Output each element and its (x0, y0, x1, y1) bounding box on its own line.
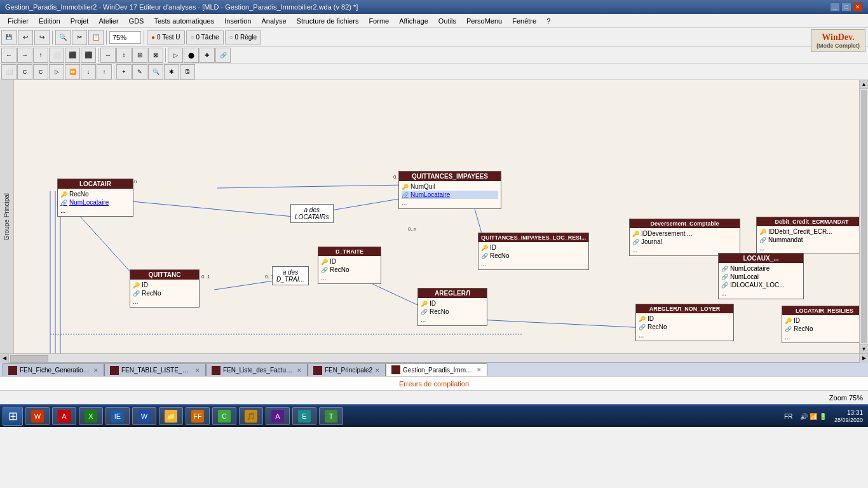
scroll-thumb[interactable] (861, 90, 867, 343)
taskbar-app-internet-explorer[interactable]: IE (105, 407, 130, 425)
table-d-traite[interactable]: D_TRAITE 🔑ID 🔗RecNo ... (318, 247, 381, 284)
tb3-btn-11[interactable]: ✱ (164, 64, 179, 79)
tb3-btn-8[interactable]: + (116, 64, 132, 79)
toolbar-btn-2[interactable]: ↩ (18, 30, 33, 45)
menu-item-atelier[interactable]: Atelier (93, 16, 123, 26)
menu-item-tests-automatiques[interactable]: Tests automatiques (149, 16, 219, 26)
tb2-btn-4[interactable]: ⬜ (49, 48, 64, 63)
zoom-select[interactable]: 75% (109, 31, 141, 44)
scroll-down[interactable]: ▼ (860, 344, 868, 353)
menu-item-fenêtre[interactable]: Fenêtre (507, 16, 541, 26)
tb3-btn-6[interactable]: ↓ (81, 64, 96, 79)
toolbar-btn-1[interactable]: 💾 (1, 30, 17, 45)
tab-close-btn[interactable]: ✕ (297, 367, 302, 374)
tb2-btn-11[interactable]: ▷ (168, 48, 183, 63)
table-locatair[interactable]: LOCATAIR 🔑RecNo 🔗NumLocataire ... (57, 179, 133, 217)
tb3-btn-10[interactable]: 🔍 (148, 64, 163, 79)
maximize-btn[interactable]: □ (841, 3, 851, 11)
table-debit-credit[interactable]: Debit_Credit_ECRMANDAT 🔑IDDebit_Credit_E… (756, 217, 859, 254)
tb3-btn-9[interactable]: ✎ (132, 64, 147, 79)
tb3-btn-12[interactable]: 🖺 (180, 64, 195, 79)
table-qi-loc-resi[interactable]: QUITTANCES_IMPAYEES_LOC_RESI... 🔑ID 🔗Rec… (478, 233, 589, 270)
menu-item-persomenu[interactable]: PersoMenu (461, 16, 507, 26)
taskbar-app-app2[interactable]: E (292, 407, 316, 425)
table-areglerL-non-loyer[interactable]: AREGLERЛ_NON_LOYER 🔑ID 🔗RecNo ... (635, 304, 734, 341)
table-locatair-resilies[interactable]: LOCATAIR_RESILIES 🔑ID 🔗RecNo ... (782, 306, 859, 343)
tb2-btn-14[interactable]: 🔗 (215, 48, 231, 63)
taskbar-app-access[interactable]: A (52, 407, 76, 425)
tb3-btn-7[interactable]: ↑ (97, 64, 112, 79)
menu-item-edition[interactable]: Edition (34, 16, 65, 26)
tb2-btn-5[interactable]: ⬛ (65, 48, 80, 63)
diagram-canvas[interactable]: LOCATAIR 🔑RecNo 🔗NumLocataire ... QUITTA… (14, 80, 859, 353)
tb2-btn-7[interactable]: ↔ (100, 48, 116, 63)
tab-close-btn[interactable]: ✕ (477, 367, 482, 373)
table-quittances-impayees[interactable]: QUITTANCES_IMPAYEES 🔑NumQuil 🔗NumLocatai… (398, 171, 501, 209)
tb2-btn-12[interactable]: ⬤ (184, 48, 199, 63)
tab-close-btn[interactable]: ✕ (375, 367, 380, 374)
tb3-btn-1[interactable]: ⬜ (1, 64, 17, 79)
toolbar-btn-4[interactable]: 🔍 (55, 30, 71, 45)
tb2-btn-6[interactable]: ⬛ (81, 48, 96, 63)
tache-badge[interactable]: ○ 0 Tâche (186, 30, 224, 44)
tab-tab4[interactable]: FEN_Principale2✕ (308, 363, 386, 376)
tb2-btn-13[interactable]: ✚ (200, 48, 215, 63)
regle-badge[interactable]: ○ 0 Règle (225, 30, 262, 44)
tb2-btn-8[interactable]: ↕ (116, 48, 132, 63)
toolbar-btn-6[interactable]: 📋 (88, 30, 104, 45)
menu-item-gds[interactable]: GDS (124, 16, 149, 26)
menu-item-structure-de-fichiers[interactable]: Structure de fichiers (292, 16, 364, 26)
close-btn[interactable]: ✕ (853, 3, 863, 11)
tb2-btn-10[interactable]: ⊠ (148, 48, 163, 63)
tab-tab1[interactable]: FEN_Fiche_Generation_des_Q...✕ (3, 363, 104, 376)
toolbar-btn-5[interactable]: ✂ (72, 30, 87, 45)
taskbar-app-windev[interactable]: W (25, 407, 50, 425)
taskbar-app-app3[interactable]: T (319, 407, 343, 425)
start-button[interactable]: ⊞ (3, 407, 23, 426)
tab-tab5[interactable]: Gestion_Paradis_Immobilier2✕ (386, 363, 487, 376)
menu-item-outils[interactable]: Outils (433, 16, 461, 26)
toolbar-btn-3[interactable]: ↪ (34, 30, 50, 45)
relation-locatairs[interactable]: a desLOCATAIRs (290, 204, 334, 223)
tb2-btn-9[interactable]: ⊞ (132, 48, 147, 63)
tb3-btn-2[interactable]: C (17, 64, 32, 79)
table-locaux-main[interactable]: LOCAUX_... 🔗NumLocataire 🔗NumLocal 🔗IDLO… (718, 253, 804, 299)
tab-close-btn[interactable]: ✕ (195, 367, 200, 374)
minimize-btn[interactable]: _ (830, 3, 840, 11)
tab-label: FEN_Principale2 (325, 367, 372, 374)
tab-close-btn[interactable]: ✕ (93, 367, 98, 374)
menu-item-insertion[interactable]: Insertion (219, 16, 256, 26)
menu-item-forme[interactable]: Forme (363, 16, 394, 26)
taskbar-app-app[interactable]: A (266, 407, 290, 425)
scroll-up[interactable]: ▲ (860, 80, 868, 89)
test-badge[interactable]: ● 0 Test U (147, 30, 185, 44)
menu-item-fichier[interactable]: Fichier (3, 16, 34, 26)
taskbar-app-word[interactable]: W (132, 407, 156, 425)
menu-item-?[interactable]: ? (541, 16, 555, 26)
tb3-btn-4[interactable]: ▷ (49, 64, 64, 79)
menu-item-projet[interactable]: Projet (65, 16, 94, 26)
taskbar-app-firefox[interactable]: FF (186, 407, 210, 425)
taskbar-app-excel[interactable]: X (79, 407, 103, 425)
table-deversement[interactable]: Deversement_Comptable 🔑IDDeversement ...… (629, 219, 740, 256)
table-quittanc[interactable]: QUITTANC 🔑ID 🔗RecNo ... (130, 269, 200, 308)
h-scrollbar[interactable]: ◀ ▶ (0, 353, 868, 362)
scroll-right[interactable]: ▶ (859, 354, 868, 363)
menu-item-analyse[interactable]: Analyse (256, 16, 291, 26)
scroll-h-thumb[interactable] (10, 355, 858, 362)
tb3-btn-3[interactable]: C (33, 64, 48, 79)
scroll-left[interactable]: ◀ (0, 354, 9, 363)
taskbar-app-chrome[interactable]: C (212, 407, 236, 425)
tab-tab3[interactable]: FEN_Liste_des_Factures_de_L...✕ (206, 363, 308, 376)
menu-item-affichage[interactable]: Affichage (394, 16, 433, 26)
tb3-btn-5[interactable]: ⏩ (65, 64, 80, 79)
table-areglerL[interactable]: AREGLERЛ 🔑ID 🔗RecNo ... (417, 288, 487, 326)
tb2-btn-3[interactable]: ↑ (33, 48, 48, 63)
v-scrollbar[interactable]: ▲ ▼ (859, 80, 868, 353)
relation-d-trai[interactable]: a desD_TRAI... (272, 266, 309, 285)
tb2-btn-2[interactable]: → (17, 48, 32, 63)
tab-tab2[interactable]: FEN_TABLE_LISTE_DES_EMISSI...✕ (104, 363, 206, 376)
taskbar-app-media[interactable]: 🎵 (239, 407, 263, 425)
tb2-btn-1[interactable]: ← (1, 48, 17, 63)
taskbar-app-explorer[interactable]: 📁 (159, 407, 183, 425)
